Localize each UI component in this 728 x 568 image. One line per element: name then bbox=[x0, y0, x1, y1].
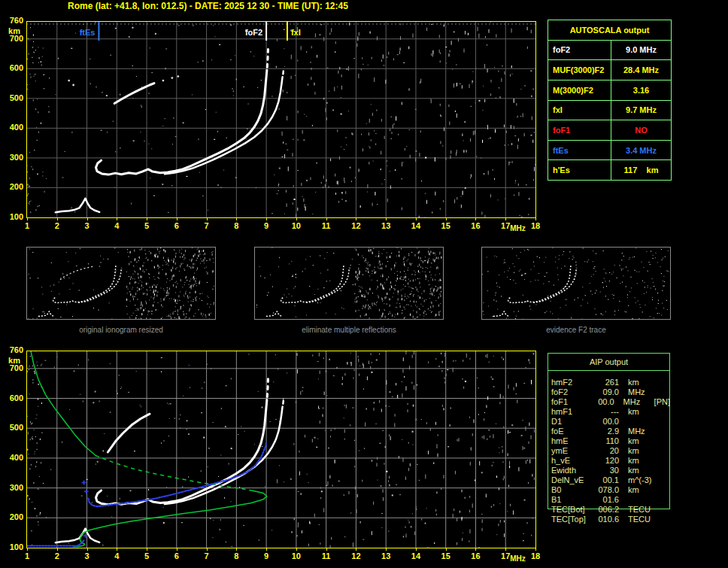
aip-row-hmf2: hmF2261km bbox=[551, 378, 670, 387]
y-tick-label: 100 bbox=[0, 542, 23, 551]
x-tick-mark bbox=[446, 218, 447, 220]
x-tick-label: 13 bbox=[378, 221, 393, 230]
x-tick-mark bbox=[177, 218, 177, 220]
x-tick-mark bbox=[117, 548, 117, 551]
x-tick-mark bbox=[87, 548, 88, 551]
aip-row-yme: ymE20km bbox=[551, 446, 670, 456]
x-tick-mark bbox=[236, 218, 237, 220]
x-tick-label: 3 bbox=[80, 551, 95, 560]
thumbnail-caption-eliminate: eliminate multiple reflections bbox=[254, 326, 444, 334]
aip-row-hve: h_vE120km bbox=[551, 456, 670, 466]
autoscala-row-value: 117 km bbox=[611, 160, 671, 180]
autoscala-row-muf3000f2: MUF(3000)F228.4 MHz bbox=[548, 60, 671, 80]
autoscala-row-ftes: ftEs3.4 MHz bbox=[548, 141, 671, 161]
x-tick-label: 2 bbox=[50, 551, 65, 560]
y-tick-label: 600 bbox=[0, 393, 23, 402]
x-tick-mark bbox=[386, 548, 387, 551]
x-tick-mark bbox=[266, 218, 267, 220]
autoscala-row-value: 9.0 MHz bbox=[611, 41, 671, 60]
x-tick-label: 4 bbox=[109, 551, 124, 560]
y-tick-label: 400 bbox=[0, 453, 23, 462]
x-tick-label: 11 bbox=[319, 221, 334, 230]
autoscala-table: AUTOSCALA output foF29.0 MHzMUF(3000)F22… bbox=[548, 20, 672, 181]
autoscala-row-value: NO bbox=[611, 120, 671, 140]
ionogram-plot-top: ftEsfoF2fxI bbox=[26, 21, 536, 218]
x-tick-label: 4 bbox=[109, 221, 124, 230]
y-tick-label: 760 bbox=[0, 16, 23, 25]
thumbnail-evidence-f2-trace bbox=[481, 247, 671, 320]
ionogram-plot-bottom bbox=[26, 351, 536, 548]
y-tick-label: 760 bbox=[0, 345, 23, 354]
x-tick-mark bbox=[326, 218, 327, 220]
x-tick-label: 7 bbox=[199, 551, 214, 560]
x-tick-label: 2 bbox=[50, 221, 65, 230]
y-tick-label: 500 bbox=[0, 93, 23, 102]
aip-row-hme: hmE110km bbox=[551, 436, 670, 446]
x-tick-mark bbox=[147, 548, 147, 551]
x-tick-label: 7 bbox=[199, 221, 214, 230]
aip-row-tectop: TEC[Top]010.6TECU bbox=[551, 515, 670, 524]
x-tick-mark bbox=[177, 548, 177, 551]
x-tick-label: 11 bbox=[319, 551, 334, 560]
x-tick-mark bbox=[356, 218, 356, 220]
y-tick-label: 100 bbox=[0, 212, 23, 221]
thumbnail-eliminate-reflections bbox=[254, 247, 444, 320]
x-tick-mark bbox=[266, 548, 267, 551]
x-tick-mark bbox=[87, 218, 88, 220]
x-tick-label: 10 bbox=[289, 551, 304, 560]
y-tick-label: 300 bbox=[0, 153, 23, 162]
aip-row-d1: D100.0 bbox=[551, 417, 670, 427]
x-tick-mark bbox=[535, 548, 536, 551]
page-title: Rome (lat: +41.8, lon: 012.5) - DATE: 20… bbox=[68, 1, 348, 11]
x-tick-label: 10 bbox=[289, 221, 304, 230]
autoscala-row-value: 3.4 MHz bbox=[611, 141, 671, 160]
x-tick-mark bbox=[147, 218, 147, 220]
x-tick-mark bbox=[475, 218, 476, 220]
x-tick-label: 18 bbox=[528, 221, 543, 230]
x-tick-mark bbox=[207, 218, 208, 220]
x-tick-mark bbox=[416, 548, 417, 551]
ionogram-top-canvas: ftEsfoF2fxI bbox=[26, 21, 536, 218]
aip-row-hmf1: hmF1---km bbox=[551, 407, 670, 417]
ionogram-bottom-canvas bbox=[26, 351, 536, 548]
y-tick-label: 300 bbox=[0, 483, 23, 492]
x-tick-label: 1 bbox=[20, 551, 35, 560]
x-tick-label: 5 bbox=[139, 551, 154, 560]
aip-row-ewidth: Ewidth30km bbox=[551, 466, 670, 475]
aip-row-delnve: DelN_vE00.1m^(-3) bbox=[551, 475, 670, 485]
x-tick-mark bbox=[475, 548, 476, 551]
x-tick-mark bbox=[416, 218, 417, 220]
y-axis-unit: km bbox=[0, 26, 20, 35]
aip-row-tecbot: TEC[Bot]006.2TECU bbox=[551, 505, 670, 515]
x-tick-label: 8 bbox=[229, 221, 244, 230]
autoscala-row-value: 9.7 MHz bbox=[611, 101, 671, 120]
x-axis-unit: MHz bbox=[510, 224, 526, 232]
thumbnail-original-ionogram bbox=[26, 247, 216, 320]
x-tick-label: 12 bbox=[348, 221, 363, 230]
x-tick-mark bbox=[356, 548, 356, 551]
x-tick-label: 16 bbox=[468, 551, 483, 560]
y-tick-label: 400 bbox=[0, 123, 23, 132]
aip-row-b0: B0078.0km bbox=[551, 485, 670, 495]
x-tick-mark bbox=[117, 218, 117, 220]
svg-text:fxI: fxI bbox=[291, 28, 301, 37]
x-tick-label: 13 bbox=[378, 551, 393, 560]
aip-row-foe: foE2.9MHz bbox=[551, 427, 670, 436]
svg-text:ftEs: ftEs bbox=[80, 28, 96, 37]
x-axis-unit: MHz bbox=[510, 554, 526, 563]
x-tick-label: 6 bbox=[169, 221, 184, 230]
x-tick-label: 5 bbox=[139, 221, 154, 230]
autoscala-screen: { "title": "Rome (lat: +41.8, lon: 012.5… bbox=[0, 0, 728, 568]
x-tick-label: 15 bbox=[438, 551, 453, 560]
x-tick-label: 8 bbox=[229, 551, 244, 560]
x-tick-mark bbox=[326, 548, 327, 551]
autoscala-row-value: 28.4 MHz bbox=[611, 60, 671, 80]
autoscala-row-hes: h'Es117 km bbox=[548, 160, 671, 180]
y-axis-unit: km bbox=[0, 356, 20, 365]
x-tick-label: 9 bbox=[259, 221, 274, 230]
aip-row-fof2: foF209.0MHz bbox=[551, 387, 670, 397]
y-tick-label: 600 bbox=[0, 63, 23, 72]
x-tick-mark bbox=[57, 218, 58, 220]
x-tick-label: 1 bbox=[20, 221, 35, 230]
autoscala-row-label: MUF(3000)F2 bbox=[548, 60, 611, 80]
